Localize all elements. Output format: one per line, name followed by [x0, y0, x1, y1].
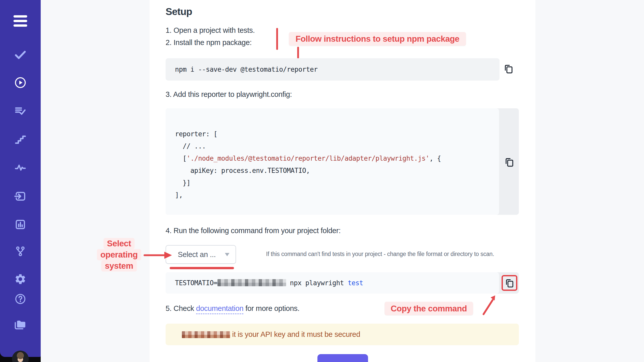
list-check-icon: [14, 105, 26, 117]
api-key-warning: it is your API key and it must be secure…: [166, 324, 519, 345]
sidebar-item-branches[interactable]: [14, 245, 26, 259]
copy-icon: [504, 278, 515, 288]
copy-button-run-command[interactable]: [504, 278, 515, 288]
copy-icon: [504, 157, 515, 167]
annotation-npm: Follow instructions to setup npm package: [289, 32, 466, 46]
sidebar-item-reports[interactable]: [14, 218, 26, 232]
documentation-link[interactable]: documentation: [196, 304, 243, 314]
code-block-reporter-config: reporter: [ // ... ['./node_modules/@tes…: [166, 108, 519, 215]
finish-button[interactable]: ✓ Finish: [317, 354, 368, 362]
sidebar-item-settings[interactable]: [14, 273, 26, 286]
copy-button-config[interactable]: [504, 157, 515, 167]
annotation-copy-label: Copy the command: [391, 304, 467, 313]
npm-install-command: npm i --save-dev @testomatio/reporter: [175, 66, 318, 73]
stairs-icon: [14, 133, 26, 146]
run-command-text: TESTOMATIO= npx playwright test: [175, 279, 363, 287]
code-line: ],: [175, 189, 499, 201]
check-icon: [14, 48, 27, 61]
red-arrow-diagonal-icon: [479, 292, 503, 316]
annotation-os-line: operating: [97, 249, 141, 260]
pulse-icon: [14, 161, 26, 174]
sidebar-item-runs[interactable]: [14, 76, 27, 90]
hamburger-menu-icon[interactable]: [13, 15, 27, 27]
code-line: // ...: [175, 140, 499, 152]
sidebar-item-tests[interactable]: [14, 48, 27, 62]
os-select-value: Select an ...: [178, 250, 216, 259]
setup-step-1: 1. Open a project with tests.: [166, 26, 255, 35]
copy-highlight-box: [502, 275, 517, 291]
setup-step-2: 2. Install the npm package:: [166, 38, 252, 47]
code-block-run-command-inner: TESTOMATIO= npx playwright test: [166, 272, 499, 294]
annotation-os-line: Select: [104, 238, 135, 249]
import-icon: [14, 190, 26, 202]
annotation-os-line: system: [101, 260, 137, 272]
sidebar: [0, 0, 41, 357]
command-hint: If this command can't find tests in your…: [266, 251, 523, 258]
code-block-reporter-config-inner: reporter: [ // ... ['./node_modules/@tes…: [166, 108, 499, 215]
redacted-api-key: [217, 279, 286, 286]
git-branch-icon: [14, 245, 26, 258]
code-line: apiKey: process.env.TESTOMATIO,: [175, 164, 499, 177]
sidebar-item-test-plans[interactable]: [14, 105, 26, 118]
folder-icon: [14, 318, 27, 331]
setup-step-3: 3. Add this reporter to playwright.confi…: [166, 90, 292, 99]
red-arrow-right-icon: [143, 250, 173, 261]
sidebar-item-milestones[interactable]: [14, 133, 26, 147]
code-line: ['./node_modules/@testomatio/reporter/li…: [175, 152, 499, 164]
annotation-copy: Copy the command: [385, 302, 473, 315]
bar-chart-icon: [14, 218, 26, 231]
code-line: }]: [175, 177, 499, 189]
redacted-api-key: [182, 331, 230, 338]
sidebar-item-import[interactable]: [14, 190, 26, 203]
annotation-divider-line: [276, 28, 278, 50]
code-block-npm-install: npm i --save-dev @testomatio/reporter: [166, 58, 500, 81]
api-key-warning-text: it is your API key and it must be secure…: [182, 330, 360, 339]
code-block-run-command: TESTOMATIO= npx playwright test: [166, 272, 519, 294]
gear-icon: [14, 273, 26, 285]
user-avatar[interactable]: [12, 351, 29, 362]
setup-step-4: 4. Run the following command from your p…: [166, 227, 341, 235]
os-select-dropdown[interactable]: Select an ...: [166, 245, 236, 264]
chevron-down-icon: [225, 253, 229, 256]
sidebar-item-help[interactable]: [14, 293, 26, 306]
sidebar-item-projects[interactable]: [14, 318, 27, 332]
sidebar-item-analytics[interactable]: [14, 161, 26, 175]
annotation-underline: [170, 267, 234, 269]
play-circle-icon: [14, 76, 27, 89]
annotation-npm-label: Follow instructions to setup npm package: [296, 34, 459, 44]
annotation-os: Select operating system: [94, 238, 144, 272]
copy-button-npm[interactable]: [503, 63, 514, 74]
page-title: Setup: [166, 6, 192, 17]
setup-step-5: 5. Check documentation for more options.: [166, 304, 299, 313]
help-circle-icon: [14, 293, 26, 305]
copy-icon: [503, 63, 514, 74]
code-line: reporter: [: [175, 128, 499, 140]
